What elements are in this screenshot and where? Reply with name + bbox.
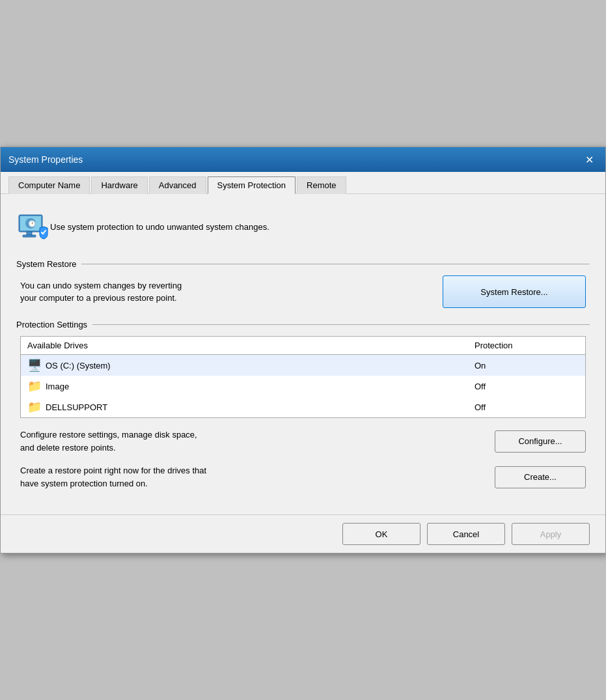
col-drive-header: Available Drives xyxy=(27,341,475,350)
folder-icon: 📁 xyxy=(27,400,42,414)
protection-status-image: Off xyxy=(475,382,579,391)
tabs-bar: Computer Name Hardware Advanced System P… xyxy=(1,172,605,194)
system-restore-header: System Restore xyxy=(16,259,590,269)
tab-advanced[interactable]: Advanced xyxy=(149,176,206,194)
protection-settings-divider xyxy=(92,324,590,325)
create-row: Create a restore point right now for the… xyxy=(20,464,586,490)
footer: OK Cancel Apply xyxy=(1,514,605,553)
folder-icon: 📁 xyxy=(27,379,42,393)
system-restore-divider xyxy=(81,264,590,264)
computer-shield-icon: 🕐 xyxy=(16,210,50,244)
protection-settings-title: Protection Settings xyxy=(16,320,87,329)
system-properties-window: System Properties ✕ Computer Name Hardwa… xyxy=(0,147,606,553)
system-restore-body: You can undo system changes by reverting… xyxy=(16,275,590,308)
tab-hardware[interactable]: Hardware xyxy=(91,176,147,194)
tab-system-protection[interactable]: System Protection xyxy=(208,176,296,194)
drives-table: Available Drives Protection 🖥️ OS (C:) (… xyxy=(20,336,586,418)
title-bar: System Properties ✕ xyxy=(1,147,605,172)
col-protection-header: Protection xyxy=(475,341,579,350)
header-description: Use system protection to undo unwanted s… xyxy=(50,222,269,232)
cancel-button[interactable]: Cancel xyxy=(427,523,505,545)
restore-description: You can undo system changes by reverting… xyxy=(20,279,182,305)
ok-button[interactable]: OK xyxy=(342,523,420,545)
table-row[interactable]: 📁 DELLSUPPORT Off xyxy=(21,397,585,417)
svg-text:🕐: 🕐 xyxy=(28,219,36,228)
tab-computer-name[interactable]: Computer Name xyxy=(8,176,90,194)
system-restore-title: System Restore xyxy=(16,259,76,269)
apply-button[interactable]: Apply xyxy=(512,523,590,545)
svg-rect-4 xyxy=(27,232,32,235)
create-description: Create a restore point right now for the… xyxy=(20,464,206,490)
tab-content: 🕐 Use system protection to undo unwanted… xyxy=(1,194,605,514)
protection-settings-section: Protection Settings Available Drives Pro… xyxy=(16,320,590,490)
system-restore-section: System Restore You can undo system chang… xyxy=(16,259,590,308)
header-section: 🕐 Use system protection to undo unwanted… xyxy=(16,207,590,246)
window-title: System Properties xyxy=(8,154,83,165)
close-button[interactable]: ✕ xyxy=(581,151,598,168)
drive-name-dellsupport: 📁 DELLSUPPORT xyxy=(27,400,475,414)
protection-status-dellsupport: Off xyxy=(475,402,579,412)
configure-button[interactable]: Configure... xyxy=(495,430,586,453)
hdd-icon: 🖥️ xyxy=(27,358,42,372)
table-row[interactable]: 🖥️ OS (C:) (System) On xyxy=(21,355,585,376)
protection-settings-header: Protection Settings xyxy=(16,320,590,329)
table-row[interactable]: 📁 Image Off xyxy=(21,376,585,397)
svg-rect-5 xyxy=(23,235,36,237)
drives-table-header: Available Drives Protection xyxy=(21,337,585,355)
protection-settings-body: Available Drives Protection 🖥️ OS (C:) (… xyxy=(16,336,590,490)
create-button[interactable]: Create... xyxy=(495,466,586,488)
configure-description: Configure restore settings, manage disk … xyxy=(20,428,197,454)
tab-remote[interactable]: Remote xyxy=(297,176,346,194)
drive-name-image: 📁 Image xyxy=(27,379,475,393)
drive-name-c: 🖥️ OS (C:) (System) xyxy=(27,358,475,372)
protection-status-c: On xyxy=(475,361,579,371)
configure-row: Configure restore settings, manage disk … xyxy=(20,428,586,454)
system-restore-button[interactable]: System Restore... xyxy=(443,275,586,308)
restore-row: You can undo system changes by reverting… xyxy=(20,275,586,308)
